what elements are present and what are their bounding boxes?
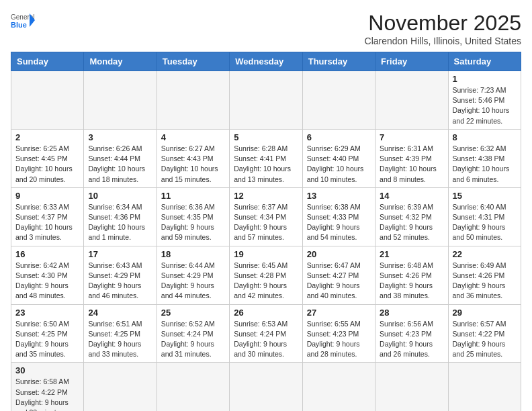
day-number: 12: [234, 191, 298, 201]
day-number: 24: [88, 308, 152, 318]
week-row-0: 1Sunrise: 7:23 AM Sunset: 5:46 PM Daylig…: [11, 71, 521, 130]
calendar: SundayMondayTuesdayWednesdayThursdayFrid…: [11, 52, 521, 411]
weekday-header-sunday: Sunday: [11, 52, 84, 71]
calendar-cell: 28Sunrise: 6:56 AM Sunset: 4:23 PM Dayli…: [375, 304, 448, 363]
day-info: Sunrise: 6:57 AM Sunset: 4:22 PM Dayligh…: [453, 319, 517, 360]
day-number: 19: [234, 249, 298, 259]
day-info: Sunrise: 6:48 AM Sunset: 4:26 PM Dayligh…: [380, 261, 443, 302]
calendar-cell: 10Sunrise: 6:34 AM Sunset: 4:36 PM Dayli…: [84, 187, 157, 246]
calendar-cell: [375, 363, 448, 411]
calendar-cell: 12Sunrise: 6:37 AM Sunset: 4:34 PM Dayli…: [230, 187, 302, 246]
day-info: Sunrise: 6:51 AM Sunset: 4:25 PM Dayligh…: [88, 319, 152, 360]
day-info: Sunrise: 6:42 AM Sunset: 4:30 PM Dayligh…: [15, 261, 79, 302]
calendar-cell: 26Sunrise: 6:53 AM Sunset: 4:24 PM Dayli…: [230, 304, 302, 363]
calendar-cell: 27Sunrise: 6:55 AM Sunset: 4:23 PM Dayli…: [302, 304, 375, 363]
calendar-cell: 24Sunrise: 6:51 AM Sunset: 4:25 PM Dayli…: [84, 304, 157, 363]
calendar-cell: 8Sunrise: 6:32 AM Sunset: 4:38 PM Daylig…: [448, 129, 521, 187]
day-number: 4: [161, 132, 225, 142]
header: General Blue November 2025 Clarendon Hil…: [11, 11, 521, 46]
day-number: 7: [380, 132, 443, 142]
calendar-cell: 1Sunrise: 7:23 AM Sunset: 5:46 PM Daylig…: [448, 71, 521, 130]
calendar-cell: [84, 363, 157, 411]
subtitle: Clarendon Hills, Illinois, United States: [365, 36, 521, 46]
week-row-4: 23Sunrise: 6:50 AM Sunset: 4:25 PM Dayli…: [11, 304, 521, 363]
day-number: 23: [15, 308, 79, 318]
day-info: Sunrise: 6:25 AM Sunset: 4:45 PM Dayligh…: [15, 144, 79, 185]
day-number: 13: [307, 191, 371, 201]
day-info: Sunrise: 6:28 AM Sunset: 4:41 PM Dayligh…: [234, 144, 298, 185]
month-title: November 2025: [365, 11, 521, 36]
day-info: Sunrise: 6:47 AM Sunset: 4:27 PM Dayligh…: [307, 261, 371, 302]
calendar-cell: 11Sunrise: 6:36 AM Sunset: 4:35 PM Dayli…: [157, 187, 229, 246]
logo: General Blue: [11, 11, 35, 30]
weekday-header-friday: Friday: [375, 52, 448, 71]
day-info: Sunrise: 6:29 AM Sunset: 4:40 PM Dayligh…: [307, 144, 371, 185]
day-number: 15: [453, 191, 517, 201]
day-info: Sunrise: 6:49 AM Sunset: 4:26 PM Dayligh…: [453, 261, 517, 302]
week-row-2: 9Sunrise: 6:33 AM Sunset: 4:37 PM Daylig…: [11, 187, 521, 246]
calendar-cell: 13Sunrise: 6:38 AM Sunset: 4:33 PM Dayli…: [302, 187, 375, 246]
day-number: 6: [307, 132, 371, 142]
day-number: 9: [15, 191, 79, 201]
calendar-cell: 4Sunrise: 6:27 AM Sunset: 4:43 PM Daylig…: [157, 129, 229, 187]
day-number: 2: [15, 132, 79, 142]
day-info: Sunrise: 6:43 AM Sunset: 4:29 PM Dayligh…: [88, 261, 152, 302]
day-info: Sunrise: 6:40 AM Sunset: 4:31 PM Dayligh…: [453, 202, 517, 243]
calendar-cell: [157, 363, 229, 411]
day-number: 21: [380, 249, 443, 259]
weekday-header-row: SundayMondayTuesdayWednesdayThursdayFrid…: [11, 52, 521, 71]
calendar-cell: [230, 71, 302, 130]
day-number: 14: [380, 191, 443, 201]
calendar-cell: 29Sunrise: 6:57 AM Sunset: 4:22 PM Dayli…: [448, 304, 521, 363]
calendar-cell: 20Sunrise: 6:47 AM Sunset: 4:27 PM Dayli…: [302, 246, 375, 304]
title-area: November 2025 Clarendon Hills, Illinois,…: [365, 11, 521, 46]
calendar-cell: 14Sunrise: 6:39 AM Sunset: 4:32 PM Dayli…: [375, 187, 448, 246]
day-number: 26: [234, 308, 298, 318]
day-info: Sunrise: 6:31 AM Sunset: 4:39 PM Dayligh…: [380, 144, 443, 185]
calendar-cell: 22Sunrise: 6:49 AM Sunset: 4:26 PM Dayli…: [448, 246, 521, 304]
weekday-header-thursday: Thursday: [302, 52, 375, 71]
day-info: Sunrise: 6:44 AM Sunset: 4:29 PM Dayligh…: [161, 261, 225, 302]
weekday-header-saturday: Saturday: [448, 52, 521, 71]
day-number: 25: [161, 308, 225, 318]
logo-icon: General Blue: [11, 11, 35, 30]
calendar-cell: 3Sunrise: 6:26 AM Sunset: 4:44 PM Daylig…: [84, 129, 157, 187]
day-number: 28: [380, 308, 443, 318]
calendar-cell: 18Sunrise: 6:44 AM Sunset: 4:29 PM Dayli…: [157, 246, 229, 304]
day-number: 5: [234, 132, 298, 142]
day-info: Sunrise: 6:50 AM Sunset: 4:25 PM Dayligh…: [15, 319, 79, 360]
calendar-body: 1Sunrise: 7:23 AM Sunset: 5:46 PM Daylig…: [11, 71, 521, 412]
week-row-3: 16Sunrise: 6:42 AM Sunset: 4:30 PM Dayli…: [11, 246, 521, 304]
day-info: Sunrise: 6:55 AM Sunset: 4:23 PM Dayligh…: [307, 319, 371, 360]
day-number: 16: [15, 249, 79, 259]
calendar-cell: 19Sunrise: 6:45 AM Sunset: 4:28 PM Dayli…: [230, 246, 302, 304]
day-number: 8: [453, 132, 517, 142]
calendar-cell: [302, 71, 375, 130]
calendar-cell: [230, 363, 302, 411]
day-info: Sunrise: 6:45 AM Sunset: 4:28 PM Dayligh…: [234, 261, 298, 302]
weekday-header-tuesday: Tuesday: [157, 52, 229, 71]
day-number: 20: [307, 249, 371, 259]
week-row-1: 2Sunrise: 6:25 AM Sunset: 4:45 PM Daylig…: [11, 129, 521, 187]
calendar-cell: 30Sunrise: 6:58 AM Sunset: 4:22 PM Dayli…: [11, 363, 84, 411]
day-number: 17: [88, 249, 152, 259]
day-number: 30: [15, 365, 79, 375]
day-number: 18: [161, 249, 225, 259]
day-info: Sunrise: 6:38 AM Sunset: 4:33 PM Dayligh…: [307, 202, 371, 243]
weekday-header-wednesday: Wednesday: [230, 52, 302, 71]
day-info: Sunrise: 6:26 AM Sunset: 4:44 PM Dayligh…: [88, 144, 152, 185]
day-number: 11: [161, 191, 225, 201]
day-info: Sunrise: 6:27 AM Sunset: 4:43 PM Dayligh…: [161, 144, 225, 185]
day-number: 10: [88, 191, 152, 201]
calendar-cell: [157, 71, 229, 130]
day-info: Sunrise: 6:37 AM Sunset: 4:34 PM Dayligh…: [234, 202, 298, 243]
calendar-cell: 7Sunrise: 6:31 AM Sunset: 4:39 PM Daylig…: [375, 129, 448, 187]
day-info: Sunrise: 6:36 AM Sunset: 4:35 PM Dayligh…: [161, 202, 225, 243]
day-info: Sunrise: 7:23 AM Sunset: 5:46 PM Dayligh…: [453, 85, 517, 126]
day-number: 27: [307, 308, 371, 318]
calendar-cell: 17Sunrise: 6:43 AM Sunset: 4:29 PM Dayli…: [84, 246, 157, 304]
calendar-cell: [375, 71, 448, 130]
day-number: 29: [453, 308, 517, 318]
calendar-cell: 6Sunrise: 6:29 AM Sunset: 4:40 PM Daylig…: [302, 129, 375, 187]
svg-text:Blue: Blue: [11, 21, 27, 29]
